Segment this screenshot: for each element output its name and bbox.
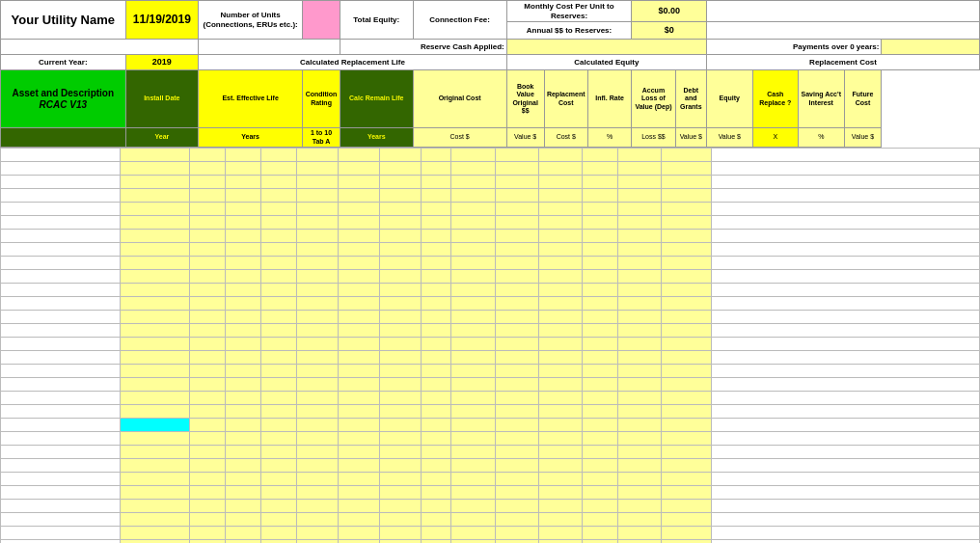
data-cell[interactable] [260,215,296,229]
data-cell[interactable] [120,283,189,296]
data-cell[interactable] [711,418,979,431]
data-cell[interactable] [225,161,260,175]
data-cell[interactable] [120,323,189,337]
data-cell[interactable] [711,229,979,242]
data-cell[interactable] [1,526,121,539]
data-cell[interactable] [538,269,582,283]
data-cell[interactable] [538,431,582,445]
data-cell[interactable] [711,161,979,175]
data-cell[interactable] [380,337,422,350]
data-cell[interactable] [120,229,189,242]
data-cell[interactable] [495,485,538,499]
data-cell[interactable] [583,512,618,526]
data-cell[interactable] [451,188,495,202]
data-cell[interactable] [495,539,538,543]
data-cell[interactable] [225,215,260,229]
data-cell[interactable] [451,499,495,512]
data-cell[interactable] [1,458,121,472]
data-cell[interactable] [711,458,979,472]
data-cell[interactable] [338,323,379,337]
data-cell[interactable] [662,148,711,161]
data-cell[interactable] [451,310,495,323]
data-cell[interactable] [296,512,338,526]
data-cell[interactable] [296,202,338,215]
data-cell[interactable] [189,229,225,242]
data-cell[interactable] [225,242,260,256]
data-cell[interactable] [422,431,451,445]
data-cell[interactable] [662,472,711,485]
data-cell[interactable] [120,350,189,364]
data-cell[interactable] [338,485,379,499]
data-cell[interactable] [296,431,338,445]
data-cell[interactable] [120,310,189,323]
current-year-value[interactable]: 2019 [125,55,199,70]
data-cell[interactable] [338,202,379,215]
data-cell[interactable] [662,485,711,499]
data-cell[interactable] [338,350,379,364]
data-cell[interactable] [189,296,225,310]
data-cell[interactable] [1,404,121,418]
data-cell[interactable] [618,364,662,377]
data-cell[interactable] [225,296,260,310]
data-cell[interactable] [711,445,979,458]
data-cell[interactable] [296,337,338,350]
data-cell[interactable] [1,418,121,431]
data-cell[interactable] [618,215,662,229]
data-cell[interactable] [225,256,260,269]
data-cell[interactable] [495,256,538,269]
data-cell[interactable] [120,175,189,188]
data-cell[interactable] [711,148,979,161]
data-cell[interactable] [451,283,495,296]
data-cell[interactable] [380,310,422,323]
data-cell[interactable] [260,364,296,377]
data-cell[interactable] [260,337,296,350]
data-cell[interactable] [1,188,121,202]
data-cell[interactable] [618,472,662,485]
data-cell[interactable] [538,404,582,418]
data-cell[interactable] [451,256,495,269]
data-cell[interactable] [495,512,538,526]
data-cell[interactable] [189,472,225,485]
data-cell[interactable] [538,229,582,242]
data-cell[interactable] [189,337,225,350]
data-cell[interactable] [495,188,538,202]
data-cell[interactable] [380,256,422,269]
data-cell[interactable] [618,148,662,161]
data-cell[interactable] [451,229,495,242]
data-cell[interactable] [1,445,121,458]
data-cell[interactable] [451,350,495,364]
data-cell[interactable] [380,188,422,202]
data-cell[interactable] [380,472,422,485]
data-cell[interactable] [538,472,582,485]
data-cell[interactable] [538,148,582,161]
data-cell[interactable] [422,472,451,485]
data-cell[interactable] [583,377,618,391]
data-cell[interactable] [260,472,296,485]
data-cell[interactable] [662,256,711,269]
data-cell[interactable] [422,391,451,404]
data-cell[interactable] [120,269,189,283]
data-cell[interactable] [260,283,296,296]
data-cell[interactable] [538,499,582,512]
data-cell[interactable] [120,512,189,526]
data-cell[interactable] [1,161,121,175]
data-cell[interactable] [538,215,582,229]
data-cell[interactable] [189,161,225,175]
data-cell[interactable] [225,539,260,543]
data-cell[interactable] [120,242,189,256]
data-cell[interactable] [189,188,225,202]
data-cell[interactable] [711,391,979,404]
data-cell[interactable] [120,458,189,472]
data-cell[interactable] [662,350,711,364]
data-cell[interactable] [451,391,495,404]
data-cell[interactable] [583,526,618,539]
data-cell[interactable] [711,472,979,485]
data-cell[interactable] [538,323,582,337]
data-cell[interactable] [618,431,662,445]
data-cell[interactable] [618,539,662,543]
data-cell[interactable] [189,431,225,445]
data-cell[interactable] [495,175,538,188]
data-cell[interactable] [189,283,225,296]
data-cell[interactable] [583,485,618,499]
data-cell[interactable] [662,364,711,377]
